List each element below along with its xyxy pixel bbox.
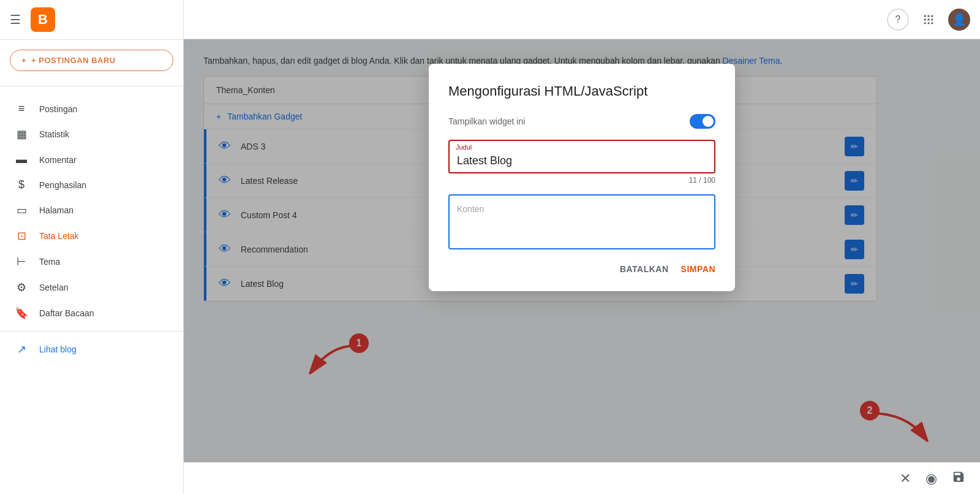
sidebar-item-label: Setelan bbox=[39, 283, 68, 292]
daftar-bacaan-icon: 🔖 bbox=[15, 306, 28, 320]
sidebar-item-statistik[interactable]: ▦ Statistik bbox=[0, 121, 176, 147]
hamburger-icon[interactable]: ☰ bbox=[10, 12, 21, 27]
nav-divider-top bbox=[0, 86, 183, 86]
svg-point-8 bbox=[931, 22, 933, 24]
svg-point-4 bbox=[927, 18, 929, 20]
nav-divider-bottom bbox=[0, 331, 183, 332]
komentar-icon: ▬ bbox=[15, 153, 28, 166]
blogger-logo: B bbox=[31, 7, 55, 32]
close-icon[interactable]: ✕ bbox=[900, 471, 911, 487]
sidebar-item-tema[interactable]: ⊢ Tema bbox=[0, 249, 176, 275]
widget-toggle[interactable] bbox=[690, 114, 715, 129]
new-post-plus-icon: + bbox=[21, 56, 26, 65]
sidebar-item-setelan[interactable]: ⚙ Setelan bbox=[0, 275, 176, 300]
halaman-icon: ▭ bbox=[15, 203, 28, 217]
sidebar-item-komentar[interactable]: ▬ Komentar bbox=[0, 147, 176, 172]
sidebar-item-label: Postingan bbox=[39, 104, 77, 114]
svg-point-7 bbox=[927, 22, 929, 24]
widget-toggle-row: Tampilkan widget ini bbox=[448, 114, 715, 129]
save-button[interactable]: SIMPAN bbox=[681, 264, 715, 274]
page-header-bar bbox=[184, 0, 980, 39]
avatar-image: 👤 bbox=[948, 9, 970, 31]
sidebar-item-label: Halaman bbox=[39, 205, 74, 215]
svg-point-3 bbox=[924, 18, 926, 20]
title-field[interactable] bbox=[448, 140, 715, 173]
tata-letak-icon: ⊡ bbox=[15, 229, 28, 243]
modal-title: Mengonfigurasi HTML/JavaScript bbox=[448, 83, 715, 99]
sidebar-item-label: Penghasilan bbox=[39, 180, 86, 190]
sidebar-item-label: Statistik bbox=[39, 129, 69, 139]
bottom-bar: ✕ ◉ bbox=[184, 462, 980, 494]
modal-actions: BATALKAN SIMPAN bbox=[448, 264, 715, 274]
modal-overlay: Mengonfigurasi HTML/JavaScript Tampilkan… bbox=[184, 39, 980, 462]
sidebar-item-tata-letak[interactable]: ⊡ Tata Letak bbox=[0, 223, 176, 249]
statistik-icon: ▦ bbox=[15, 127, 28, 141]
apps-button[interactable] bbox=[916, 7, 941, 32]
svg-point-1 bbox=[927, 15, 929, 17]
tema-icon: ⊢ bbox=[15, 255, 28, 268]
svg-point-2 bbox=[931, 15, 933, 17]
sidebar-item-label: Daftar Bacaan bbox=[39, 308, 94, 318]
help-icon: ? bbox=[895, 14, 901, 25]
sidebar-item-label: Tata Letak bbox=[39, 231, 79, 241]
sidebar-item-label: Tema bbox=[39, 257, 60, 267]
sidebar-item-label: Lihat blog bbox=[39, 344, 77, 354]
sidebar-item-label: Komentar bbox=[39, 155, 77, 165]
title-input-group: Judul 11 / 100 bbox=[448, 140, 715, 184]
svg-point-0 bbox=[924, 15, 926, 17]
configure-modal: Mengonfigurasi HTML/JavaScript Tampilkan… bbox=[429, 64, 735, 291]
svg-point-5 bbox=[931, 18, 933, 20]
help-button[interactable]: ? bbox=[887, 9, 909, 31]
sidebar-item-daftar-bacaan[interactable]: 🔖 Daftar Bacaan bbox=[0, 300, 176, 326]
preview-icon[interactable]: ◉ bbox=[925, 471, 937, 487]
svg-point-6 bbox=[924, 22, 926, 24]
layout-area: Tambahkan, hapus, dan edit gadget di blo… bbox=[184, 39, 980, 462]
cancel-button[interactable]: BATALKAN bbox=[620, 264, 669, 274]
penghasilan-icon: $ bbox=[15, 178, 28, 191]
lihat-blog-icon: ↗ bbox=[15, 343, 28, 356]
avatar[interactable]: 👤 bbox=[948, 9, 970, 31]
top-nav-right: ? 👤 bbox=[877, 0, 980, 39]
nav-items: ≡ Postingan ▦ Statistik ▬ Komentar $ Pen… bbox=[0, 91, 183, 494]
content-input-group bbox=[448, 194, 715, 252]
sidebar-item-postingan[interactable]: ≡ Postingan bbox=[0, 96, 176, 121]
sidebar-header: ☰ B bbox=[0, 0, 183, 40]
apps-grid-icon bbox=[922, 13, 935, 26]
save-disk-icon[interactable] bbox=[952, 470, 965, 487]
sidebar-item-halaman[interactable]: ▭ Halaman bbox=[0, 197, 176, 223]
new-post-button[interactable]: + + POSTINGAN BARU bbox=[10, 50, 173, 71]
main-content: ? 👤 Tambahkan, hapus, dan edit gadget di… bbox=[184, 0, 980, 494]
widget-toggle-label: Tampilkan widget ini bbox=[448, 116, 525, 126]
sidebar-item-lihat-blog[interactable]: ↗ Lihat blog bbox=[0, 336, 176, 362]
title-counter: 11 / 100 bbox=[448, 176, 715, 184]
content-field[interactable] bbox=[448, 194, 715, 249]
new-post-label: + POSTINGAN BARU bbox=[31, 56, 116, 65]
sidebar-item-penghasilan[interactable]: $ Penghasilan bbox=[0, 172, 176, 197]
postingan-icon: ≡ bbox=[15, 102, 28, 115]
sidebar: ☰ B + + POSTINGAN BARU ≡ Postingan ▦ Sta… bbox=[0, 0, 184, 494]
setelan-icon: ⚙ bbox=[15, 281, 28, 294]
